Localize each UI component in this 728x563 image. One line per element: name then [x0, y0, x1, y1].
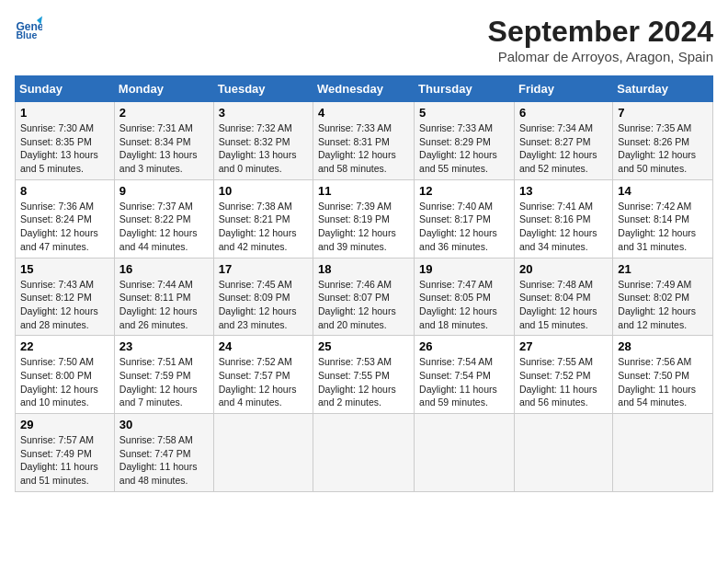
page-header: General Blue September 2024 Palomar de A… — [15, 15, 713, 64]
calendar-day-cell: 3 Sunrise: 7:32 AMSunset: 8:32 PMDayligh… — [213, 102, 313, 180]
day-detail: Sunrise: 7:57 AMSunset: 7:49 PMDaylight:… — [20, 434, 98, 486]
day-detail: Sunrise: 7:40 AMSunset: 8:17 PMDaylight:… — [419, 201, 497, 252]
calendar-day-cell — [213, 414, 313, 492]
day-number: 3 — [219, 106, 308, 120]
day-detail: Sunrise: 7:36 AMSunset: 8:24 PMDaylight:… — [20, 201, 98, 252]
day-detail: Sunrise: 7:39 AMSunset: 8:19 PMDaylight:… — [318, 201, 396, 252]
svg-text:Blue: Blue — [17, 29, 38, 40]
day-detail: Sunrise: 7:58 AMSunset: 7:47 PMDaylight:… — [119, 434, 198, 486]
calendar-day-cell: 29 Sunrise: 7:57 AMSunset: 7:49 PMDaylig… — [16, 414, 115, 492]
header-friday: Friday — [514, 76, 612, 102]
title-block: September 2024 Palomar de Arroyos, Arago… — [488, 15, 713, 64]
calendar-day-cell: 13 Sunrise: 7:41 AMSunset: 8:16 PMDaylig… — [514, 179, 612, 258]
day-number: 28 — [618, 339, 708, 353]
calendar-day-cell: 2 Sunrise: 7:31 AMSunset: 8:34 PMDayligh… — [114, 102, 213, 180]
day-number: 21 — [618, 262, 708, 276]
day-number: 7 — [618, 106, 708, 120]
day-detail: Sunrise: 7:33 AMSunset: 8:29 PMDaylight:… — [419, 122, 497, 174]
calendar-week-row: 8 Sunrise: 7:36 AMSunset: 8:24 PMDayligh… — [16, 179, 713, 258]
day-number: 23 — [119, 339, 209, 353]
day-detail: Sunrise: 7:53 AMSunset: 7:55 PMDaylight:… — [318, 356, 396, 408]
day-number: 2 — [119, 106, 209, 120]
calendar-day-cell: 6 Sunrise: 7:34 AMSunset: 8:27 PMDayligh… — [514, 102, 612, 180]
day-number: 14 — [618, 184, 708, 198]
day-detail: Sunrise: 7:35 AMSunset: 8:26 PMDaylight:… — [618, 122, 696, 174]
calendar-day-cell: 25 Sunrise: 7:53 AMSunset: 7:55 PMDaylig… — [313, 336, 415, 414]
day-number: 22 — [20, 339, 109, 353]
calendar-day-cell: 1 Sunrise: 7:30 AMSunset: 8:35 PMDayligh… — [16, 102, 115, 180]
calendar-day-cell: 22 Sunrise: 7:50 AMSunset: 8:00 PMDaylig… — [16, 336, 115, 414]
day-detail: Sunrise: 7:50 AMSunset: 8:00 PMDaylight:… — [20, 356, 98, 408]
day-number: 15 — [20, 262, 109, 276]
day-number: 26 — [419, 339, 509, 353]
calendar-day-cell: 19 Sunrise: 7:47 AMSunset: 8:05 PMDaylig… — [415, 258, 515, 336]
header-tuesday: Tuesday — [213, 76, 313, 102]
calendar-day-cell: 8 Sunrise: 7:36 AMSunset: 8:24 PMDayligh… — [16, 179, 115, 258]
day-number: 16 — [119, 262, 209, 276]
day-detail: Sunrise: 7:43 AMSunset: 8:12 PMDaylight:… — [20, 279, 98, 330]
calendar-day-cell: 21 Sunrise: 7:49 AMSunset: 8:02 PMDaylig… — [613, 258, 713, 336]
day-detail: Sunrise: 7:55 AMSunset: 7:52 PMDaylight:… — [519, 356, 597, 408]
page-title: September 2024 — [488, 15, 713, 49]
logo: General Blue — [15, 15, 42, 42]
day-number: 20 — [519, 262, 608, 276]
day-detail: Sunrise: 7:42 AMSunset: 8:14 PMDaylight:… — [618, 201, 696, 252]
calendar-day-cell: 17 Sunrise: 7:45 AMSunset: 8:09 PMDaylig… — [213, 258, 313, 336]
calendar-day-cell: 23 Sunrise: 7:51 AMSunset: 7:59 PMDaylig… — [114, 336, 213, 414]
day-number: 8 — [20, 184, 109, 198]
day-detail: Sunrise: 7:33 AMSunset: 8:31 PMDaylight:… — [318, 122, 396, 174]
day-number: 19 — [419, 262, 509, 276]
weekday-header-row: Sunday Monday Tuesday Wednesday Thursday… — [16, 76, 713, 102]
calendar-day-cell — [313, 414, 415, 492]
calendar-day-cell — [415, 414, 515, 492]
calendar-day-cell: 18 Sunrise: 7:46 AMSunset: 8:07 PMDaylig… — [313, 258, 415, 336]
day-number: 4 — [318, 106, 409, 120]
header-sunday: Sunday — [16, 76, 115, 102]
day-number: 25 — [318, 339, 409, 353]
day-detail: Sunrise: 7:46 AMSunset: 8:07 PMDaylight:… — [318, 279, 396, 330]
day-detail: Sunrise: 7:31 AMSunset: 8:34 PMDaylight:… — [119, 122, 198, 174]
calendar-day-cell: 12 Sunrise: 7:40 AMSunset: 8:17 PMDaylig… — [415, 179, 515, 258]
day-detail: Sunrise: 7:45 AMSunset: 8:09 PMDaylight:… — [219, 279, 297, 330]
calendar-day-cell: 15 Sunrise: 7:43 AMSunset: 8:12 PMDaylig… — [16, 258, 115, 336]
header-wednesday: Wednesday — [313, 76, 415, 102]
day-number: 24 — [219, 339, 308, 353]
calendar-day-cell: 7 Sunrise: 7:35 AMSunset: 8:26 PMDayligh… — [613, 102, 713, 180]
calendar-week-row: 29 Sunrise: 7:57 AMSunset: 7:49 PMDaylig… — [16, 414, 713, 492]
day-detail: Sunrise: 7:56 AMSunset: 7:50 PMDaylight:… — [618, 356, 696, 408]
day-detail: Sunrise: 7:48 AMSunset: 8:04 PMDaylight:… — [519, 279, 597, 330]
calendar-day-cell: 20 Sunrise: 7:48 AMSunset: 8:04 PMDaylig… — [514, 258, 612, 336]
day-number: 17 — [219, 262, 308, 276]
calendar-day-cell: 24 Sunrise: 7:52 AMSunset: 7:57 PMDaylig… — [213, 336, 313, 414]
day-number: 27 — [519, 339, 608, 353]
calendar-week-row: 1 Sunrise: 7:30 AMSunset: 8:35 PMDayligh… — [16, 102, 713, 180]
day-number: 9 — [119, 184, 209, 198]
calendar-day-cell: 14 Sunrise: 7:42 AMSunset: 8:14 PMDaylig… — [613, 179, 713, 258]
day-detail: Sunrise: 7:41 AMSunset: 8:16 PMDaylight:… — [519, 201, 597, 252]
calendar-day-cell: 11 Sunrise: 7:39 AMSunset: 8:19 PMDaylig… — [313, 179, 415, 258]
day-number: 13 — [519, 184, 608, 198]
day-number: 10 — [219, 184, 308, 198]
header-thursday: Thursday — [415, 76, 515, 102]
day-number: 18 — [318, 262, 409, 276]
day-number: 12 — [419, 184, 509, 198]
calendar-day-cell: 16 Sunrise: 7:44 AMSunset: 8:11 PMDaylig… — [114, 258, 213, 336]
day-number: 11 — [318, 184, 409, 198]
calendar-day-cell: 27 Sunrise: 7:55 AMSunset: 7:52 PMDaylig… — [514, 336, 612, 414]
day-detail: Sunrise: 7:34 AMSunset: 8:27 PMDaylight:… — [519, 122, 597, 174]
day-number: 30 — [119, 418, 209, 431]
day-detail: Sunrise: 7:44 AMSunset: 8:11 PMDaylight:… — [119, 279, 198, 330]
calendar-day-cell — [613, 414, 713, 492]
day-number: 5 — [419, 106, 509, 120]
day-detail: Sunrise: 7:37 AMSunset: 8:22 PMDaylight:… — [119, 201, 198, 252]
calendar-day-cell: 30 Sunrise: 7:58 AMSunset: 7:47 PMDaylig… — [114, 414, 213, 492]
calendar-day-cell: 5 Sunrise: 7:33 AMSunset: 8:29 PMDayligh… — [415, 102, 515, 180]
day-number: 29 — [20, 418, 109, 431]
header-saturday: Saturday — [613, 76, 713, 102]
calendar-day-cell: 10 Sunrise: 7:38 AMSunset: 8:21 PMDaylig… — [213, 179, 313, 258]
day-detail: Sunrise: 7:30 AMSunset: 8:35 PMDaylight:… — [20, 122, 98, 174]
calendar-day-cell: 28 Sunrise: 7:56 AMSunset: 7:50 PMDaylig… — [613, 336, 713, 414]
day-detail: Sunrise: 7:32 AMSunset: 8:32 PMDaylight:… — [219, 122, 297, 174]
day-number: 1 — [20, 106, 109, 120]
day-detail: Sunrise: 7:47 AMSunset: 8:05 PMDaylight:… — [419, 279, 497, 330]
